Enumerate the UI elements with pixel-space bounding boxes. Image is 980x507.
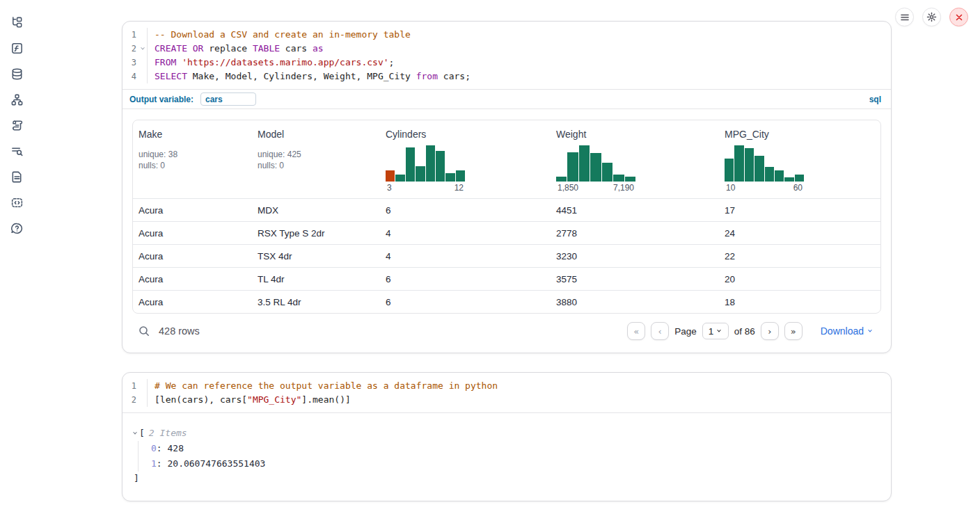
tree-root[interactable]: [ 2 Items: [134, 426, 880, 441]
search-button[interactable]: [136, 323, 152, 339]
histogram-bar: [406, 147, 415, 182]
code-line: 4SELECT Make, Model, Cylinders, Weight, …: [122, 70, 891, 83]
table-row[interactable]: AcuraRSX Type S 2dr4277824: [133, 221, 880, 244]
table-cell: Acura: [133, 268, 252, 290]
output-variable-label: Output variable:: [129, 95, 193, 104]
histogram-bar: [795, 175, 804, 182]
column-histogram[interactable]: 1,8507,190: [556, 145, 635, 193]
histogram-bar: [426, 145, 435, 182]
column-header-label[interactable]: Model: [258, 129, 373, 140]
python-code-editor[interactable]: 1# We can reference the output variable …: [122, 373, 891, 412]
python-cell: 1# We can reference the output variable …: [122, 372, 892, 501]
table-row[interactable]: AcuraMDX6445117: [133, 198, 880, 221]
previous-page-button[interactable]: ‹: [651, 322, 669, 340]
chevron-down-icon: [134, 432, 136, 435]
table-cell: 4: [380, 222, 551, 244]
column-stats: unique: 425: [258, 149, 373, 160]
tree-entry-index: 1: [151, 458, 157, 469]
next-page-button[interactable]: ›: [761, 322, 779, 340]
histogram-axis-label: 60: [793, 183, 803, 193]
table-cell: 18: [719, 291, 880, 313]
tree-entry-value: : 428: [157, 443, 184, 453]
table-cell: 4451: [551, 199, 719, 221]
line-number: 3: [122, 56, 148, 70]
line-number: 1: [122, 28, 148, 42]
page-select[interactable]: 1: [702, 323, 729, 339]
histogram-bar: [579, 145, 590, 182]
code-text: -- Download a CSV and create an in-memor…: [148, 28, 411, 42]
help-icon[interactable]: [10, 221, 24, 235]
histogram-bar: [725, 159, 734, 182]
table-cell: 3.5 RL 4dr: [252, 291, 380, 313]
histogram-bar: [613, 175, 624, 182]
histogram-bar: [745, 148, 754, 182]
tree-entries: 0: 4281: 20.060747663551403: [138, 441, 880, 472]
download-label: Download: [821, 325, 864, 337]
line-number: 4: [122, 70, 148, 83]
column-histogram[interactable]: 1060: [725, 145, 804, 193]
column-histogram[interactable]: 312: [386, 145, 465, 193]
table-row[interactable]: AcuraTSX 4dr4323022: [133, 244, 880, 267]
code-line: 2CREATE OR replace TABLE cars as: [122, 42, 891, 56]
first-page-button[interactable]: «: [627, 322, 645, 340]
column-header-label[interactable]: Weight: [556, 129, 712, 140]
table-cell: RSX Type S 2dr: [252, 222, 380, 244]
histogram-bar: [395, 175, 404, 182]
line-number: 1: [122, 379, 148, 393]
table-cell: Acura: [133, 291, 252, 313]
column-header-label[interactable]: Make: [139, 129, 245, 140]
histogram-bar: [734, 145, 743, 182]
chevron-down-icon: [717, 328, 721, 332]
output-variable-bar: Output variable: sql: [122, 90, 891, 108]
logs-icon[interactable]: [10, 144, 24, 158]
histogram-bar: [445, 173, 455, 182]
table-row[interactable]: AcuraTL 4dr6357520: [133, 267, 880, 290]
histogram-bar: [590, 153, 601, 182]
tree-entry: 1: 20.060747663551403: [151, 456, 880, 472]
column-header-label[interactable]: MPG_City: [725, 129, 874, 140]
scratchpad-icon[interactable]: [10, 118, 24, 132]
column-header-label[interactable]: Cylinders: [386, 129, 544, 140]
variables-icon[interactable]: [10, 41, 24, 55]
file-explorer-icon[interactable]: [10, 15, 24, 29]
snippets-icon[interactable]: [10, 195, 24, 209]
table-cell: Acura: [133, 222, 252, 244]
tree-entry-index: 0: [151, 443, 157, 453]
notebook: 1-- Download a CSV and create an in-memo…: [33, 0, 980, 501]
table-row[interactable]: Acura3.5 RL 4dr6388018: [133, 290, 880, 313]
dependency-graph-icon[interactable]: [10, 92, 24, 106]
data-table: Makeunique: 38nulls: 0Modelunique: 425nu…: [132, 120, 881, 314]
sidebar: [0, 0, 33, 507]
chevron-down-icon: [868, 328, 872, 332]
column-header: Makeunique: 38nulls: 0: [133, 120, 252, 198]
sql-cell-output: Makeunique: 38nulls: 0Modelunique: 425nu…: [122, 109, 891, 353]
table-body: AcuraMDX6445117AcuraRSX Type S 2dr427782…: [133, 198, 880, 313]
line-number: 2: [122, 42, 148, 56]
table-cell: 6: [380, 291, 551, 313]
table-cell: 20: [719, 268, 880, 290]
histogram-bar: [775, 170, 784, 182]
table-cell: MDX: [252, 199, 380, 221]
code-text: # We can reference the output variable a…: [148, 379, 498, 393]
items-count: 2 Items: [149, 426, 187, 441]
histogram-bar: [765, 167, 774, 182]
table-header: Makeunique: 38nulls: 0Modelunique: 425nu…: [133, 120, 880, 198]
histogram-axis-label: 1,850: [558, 183, 578, 193]
last-page-button[interactable]: »: [784, 322, 803, 340]
output-variable-input[interactable]: [200, 92, 256, 106]
code-text: CREATE OR replace TABLE cars as: [148, 42, 324, 56]
table-footer: 428 rows « ‹ Page 1 of 86 › » Download: [132, 314, 881, 347]
documentation-icon[interactable]: [10, 170, 24, 184]
table-cell: 3880: [551, 291, 719, 313]
fold-chevron-icon[interactable]: [141, 46, 145, 50]
table-cell: 2778: [551, 222, 719, 244]
sql-code-editor[interactable]: 1-- Download a CSV and create an in-memo…: [122, 22, 891, 89]
download-button[interactable]: Download: [821, 325, 871, 337]
table-cell: TL 4dr: [252, 268, 380, 290]
histogram-bar: [556, 177, 567, 182]
code-text: SELECT Make, Model, Cylinders, Weight, M…: [148, 70, 471, 83]
datasources-icon[interactable]: [10, 67, 24, 81]
column-header: Modelunique: 425nulls: 0: [252, 120, 380, 198]
histogram-bar: [567, 152, 578, 182]
histogram-bar: [784, 177, 793, 182]
